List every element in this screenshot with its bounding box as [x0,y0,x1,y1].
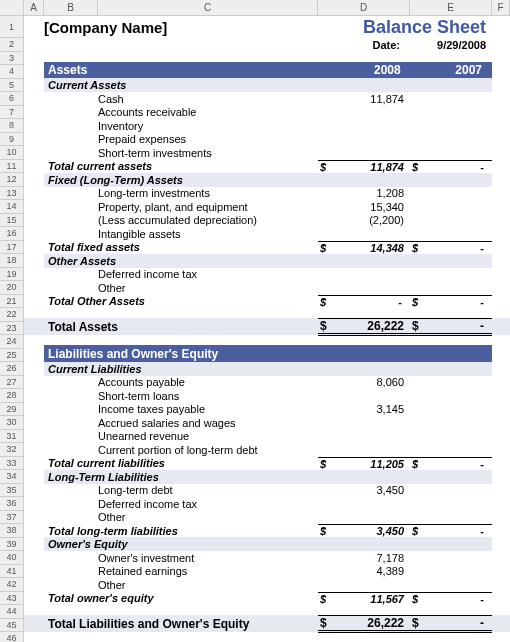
line-item[interactable]: Property, plant, and equipment15,340 [24,200,510,214]
line-item[interactable]: Accounts payable8,060 [24,376,510,390]
item-value-2008[interactable]: 7,178 [318,552,410,564]
col-header-f[interactable]: F [492,0,510,15]
row-header[interactable]: 18 [0,254,23,268]
row-header[interactable]: 12 [0,173,23,187]
line-item[interactable]: Accounts receivable [24,106,510,120]
line-item[interactable]: Intangible assets [24,227,510,241]
line-item[interactable]: Short-term investments [24,146,510,160]
row-header[interactable]: 27 [0,376,23,390]
row-header[interactable]: 5 [0,79,23,93]
col-header-e[interactable]: E [410,0,492,15]
line-item[interactable]: Unearned revenue [24,430,510,444]
row-header[interactable]: 8 [0,119,23,133]
sheet-title: Balance Sheet [318,17,492,38]
item-value-2008[interactable]: (2,200) [318,214,410,226]
item-value-2008[interactable]: 3,145 [318,403,410,415]
item-label: Prepaid expenses [98,133,318,145]
row-header[interactable]: 11 [0,160,23,174]
row-header[interactable]: 23 [0,322,23,336]
item-value-2008[interactable]: 11,874 [318,93,410,105]
line-item[interactable]: Income taxes payable3,145 [24,403,510,417]
row-header[interactable]: 10 [0,146,23,160]
current-liabilities-header: Current Liabilities [24,362,510,376]
line-item[interactable]: Long-term debt3,450 [24,484,510,498]
line-item[interactable]: Long-term investments1,208 [24,187,510,201]
line-item[interactable]: Deferred income tax [24,268,510,282]
row-header[interactable]: 16 [0,227,23,241]
row-header[interactable]: 45 [0,619,23,633]
row-header[interactable]: 6 [0,92,23,106]
col-header-a[interactable]: A [24,0,44,15]
row-header[interactable]: 25 [0,349,23,363]
company-name[interactable]: [Company Name] [44,19,318,36]
row-header[interactable]: 1 [0,16,23,38]
item-value-2008[interactable]: 3,450 [318,484,410,496]
row-header[interactable]: 26 [0,362,23,376]
row-header[interactable]: 19 [0,268,23,282]
row-header[interactable]: 29 [0,403,23,417]
row-header[interactable]: 43 [0,592,23,606]
row-header[interactable]: 41 [0,565,23,579]
row-header[interactable]: 39 [0,538,23,552]
item-value-2008[interactable]: 4,389 [318,565,410,577]
row-header[interactable]: 44 [0,605,23,619]
row-header[interactable]: 38 [0,524,23,538]
line-item[interactable]: Short-term loans [24,389,510,403]
line-item[interactable]: (Less accumulated depreciation)(2,200) [24,214,510,228]
row-header[interactable]: 33 [0,457,23,471]
line-item[interactable]: Deferred income tax [24,497,510,511]
row-header[interactable]: 21 [0,295,23,309]
item-value-2008[interactable]: 8,060 [318,376,410,388]
row-header[interactable]: 13 [0,187,23,201]
row-header[interactable]: 35 [0,484,23,498]
row-header[interactable]: 9 [0,133,23,147]
corner-cell[interactable] [0,0,24,15]
row-header[interactable]: 32 [0,443,23,457]
row-header[interactable]: 24 [0,335,23,349]
row-header[interactable]: 30 [0,416,23,430]
owners-equity-header: Owner's Equity [24,538,510,552]
row-header[interactable]: 22 [0,308,23,322]
row-header[interactable]: 34 [0,470,23,484]
line-item[interactable]: Inventory [24,119,510,133]
line-item[interactable]: Prepaid expenses [24,133,510,147]
date-value[interactable]: 9/29/2008 [410,39,492,51]
col-header-b[interactable]: B [44,0,98,15]
line-item[interactable]: Accrued salaries and wages [24,416,510,430]
line-item[interactable]: Other [24,511,510,525]
line-item[interactable]: Retained earnings4,389 [24,565,510,579]
row-header[interactable]: 4 [0,65,23,79]
col-header-d[interactable]: D [318,0,410,15]
line-item[interactable]: Owner's investment7,178 [24,551,510,565]
row-header[interactable]: 37 [0,511,23,525]
date-row: Date: 9/29/2008 [24,38,510,52]
row-header[interactable]: 7 [0,106,23,120]
row-header[interactable]: 28 [0,389,23,403]
row-header[interactable]: 2 [0,38,23,52]
item-value-2008[interactable]: 15,340 [318,201,410,213]
row-header[interactable]: 17 [0,241,23,255]
item-label: Other [98,511,318,523]
row-header[interactable]: 31 [0,430,23,444]
row-header[interactable]: 36 [0,497,23,511]
row-header[interactable]: 40 [0,551,23,565]
longterm-liabilities-header: Long-Term Liabilities [24,470,510,484]
row-header[interactable]: 20 [0,281,23,295]
row-header[interactable]: 42 [0,578,23,592]
liab-equity-title: Liabilities and Owner's Equity [48,347,492,361]
row-header[interactable]: 46 [0,632,23,642]
row-header[interactable]: 15 [0,214,23,228]
liab-equity-section: Liabilities and Owner's Equity [24,345,510,362]
line-item[interactable]: Other [24,281,510,295]
row-header[interactable]: 14 [0,200,23,214]
line-item[interactable]: Other [24,578,510,592]
line-item[interactable]: Current portion of long-term debt [24,443,510,457]
column-headers: A B C D E F [0,0,510,16]
line-item[interactable]: Cash11,874 [24,92,510,106]
item-label: Property, plant, and equipment [98,201,318,213]
row-header[interactable]: 3 [0,52,23,66]
item-label: (Less accumulated depreciation) [98,214,318,226]
item-label: Unearned revenue [98,430,318,442]
col-header-c[interactable]: C [98,0,318,15]
item-value-2008[interactable]: 1,208 [318,187,410,199]
